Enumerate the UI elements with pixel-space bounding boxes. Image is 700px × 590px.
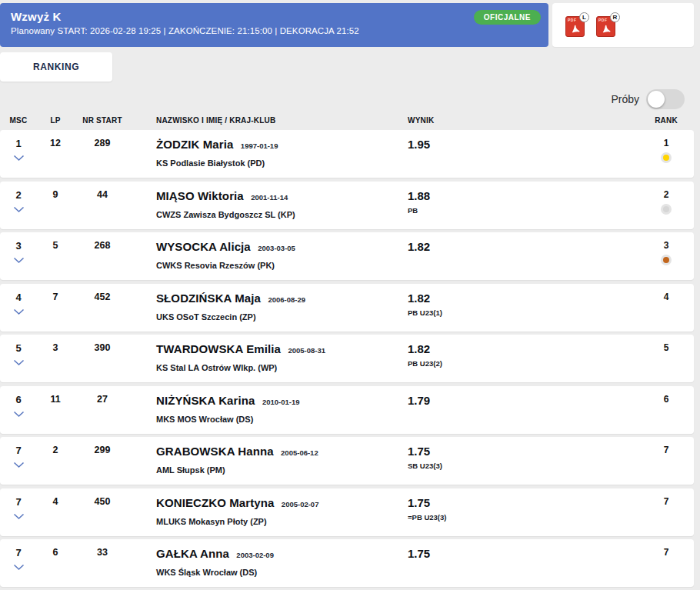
athlete-club: UKS OSoT Szczecin (ZP): [156, 312, 408, 322]
rank-cell: 7: [638, 488, 694, 536]
col-header-lp: LP: [37, 116, 74, 125]
athlete-cell: KONIECZKO Martyna 2005-02-07 MLUKS Mokas…: [131, 488, 408, 536]
result-cell: 1.75: [408, 539, 638, 587]
col-header-msc: MSC: [0, 116, 37, 125]
start-number-value: 299: [74, 437, 131, 485]
rank-cell: 2: [638, 182, 694, 229]
lp-value: 5: [37, 232, 74, 280]
athlete-club: WKS Śląsk Wrocław (DS): [156, 568, 408, 577]
table-row: 7 6 33 GAŁKA Anna 2003-02-09 WKS Śląsk W…: [0, 539, 694, 587]
athlete-name: TWARDOWSKA Emilia: [156, 342, 281, 355]
result-cell: 1.82 PB U23(1): [408, 284, 638, 332]
table-row: 5 3 390 TWARDOWSKA Emilia 2005-08-31 KS …: [0, 335, 694, 382]
start-number-value: 27: [74, 386, 131, 434]
athlete-name: GAŁKA Anna: [156, 547, 229, 560]
result-cell: 1.88 PB: [408, 182, 638, 229]
table-row: 7 2 299 GRABOWSKA Hanna 2005-06-12 AML S…: [0, 437, 694, 485]
event-title: Wzwyż K: [11, 10, 538, 23]
table-header: MSC LP NR START NAZWISKO I IMIĘ / KRAJ-K…: [0, 110, 694, 130]
athlete-birthdate: 2005-02-07: [282, 500, 319, 508]
rank-cell: 3: [638, 232, 694, 280]
lp-value: 2: [37, 437, 74, 485]
rank-cell: 1: [638, 130, 694, 178]
lp-value: 6: [37, 539, 74, 587]
athlete-birthdate: 2006-08-29: [268, 295, 305, 304]
result-value: 1.82: [408, 240, 638, 253]
result-note: =PB U23(3): [408, 513, 638, 522]
result-cell: 1.79: [408, 386, 638, 434]
result-value: 1.79: [408, 394, 638, 407]
attempts-toggle-label: Próby: [611, 93, 639, 105]
athlete-club: CWZS Zawisza Bydgoszcz SL (KP): [156, 210, 408, 219]
lp-value: 4: [37, 488, 74, 536]
athlete-cell: TWARDOWSKA Emilia 2005-08-31 KS Stal LA …: [131, 335, 408, 382]
place-value: 3: [15, 240, 21, 252]
place-value: 5: [15, 342, 21, 354]
rank-value: 6: [664, 394, 669, 405]
result-note: PB: [408, 206, 638, 215]
chevron-down-icon[interactable]: [13, 513, 25, 520]
rank-cell: 7: [638, 539, 694, 587]
athlete-name: KONIECZKO Martyna: [156, 496, 274, 509]
chevron-down-icon[interactable]: [13, 155, 25, 162]
rank-value: 1: [664, 138, 669, 148]
place-value: 7: [15, 445, 21, 456]
place-value: 4: [15, 292, 21, 303]
lp-value: 3: [37, 335, 74, 382]
chevron-down-icon[interactable]: [13, 257, 25, 264]
place-value: 7: [15, 547, 21, 558]
chevron-down-icon[interactable]: [13, 462, 25, 468]
start-number-value: 33: [74, 539, 131, 587]
place-cell: 1: [0, 130, 37, 178]
event-schedule: Planowany START: 2026-02-28 19:25 | ZAKO…: [11, 26, 538, 35]
athlete-cell: GAŁKA Anna 2003-02-09 WKS Śląsk Wrocław …: [131, 539, 408, 587]
place-cell: 6: [0, 386, 37, 434]
medal-dot: [661, 204, 672, 215]
place-value: 7: [15, 496, 21, 508]
result-cell: 1.75 =PB U23(3): [408, 488, 638, 536]
athlete-club: MLUKS Mokasyn Płoty (ZP): [156, 517, 408, 526]
pdf-download-results[interactable]: PDF R: [596, 14, 617, 37]
results-rows: 1 12 289 ŻODZIK Maria 1997-01-19 KS Podl…: [0, 130, 694, 587]
pdf-badge-l: L: [579, 12, 589, 22]
table-row: 6 11 27 NIŻYŃSKA Karina 2010-01-19 MKS M…: [0, 386, 694, 434]
attempts-toggle[interactable]: [646, 89, 685, 109]
result-note: PB U23(1): [408, 308, 638, 317]
col-header-nr-start: NR START: [74, 116, 131, 125]
athlete-club: CWKS Resovia Rzeszów (PK): [156, 261, 408, 270]
start-number-value: 450: [74, 488, 131, 536]
chevron-down-icon[interactable]: [13, 359, 25, 366]
place-cell: 4: [0, 284, 37, 332]
results-page: Wzwyż K Planowany START: 2026-02-28 19:2…: [0, 0, 700, 587]
result-value: 1.82: [408, 342, 638, 355]
pdf-download-startlist[interactable]: PDF L: [565, 14, 586, 37]
chevron-down-icon[interactable]: [13, 206, 25, 213]
lp-value: 9: [37, 182, 74, 229]
tab-ranking[interactable]: RANKING: [0, 52, 112, 82]
chevron-down-icon[interactable]: [13, 308, 25, 315]
rank-value: 2: [664, 189, 669, 200]
chevron-down-icon[interactable]: [13, 564, 25, 571]
lp-value: 11: [37, 386, 74, 434]
result-cell: 1.75 SB U23(3): [408, 437, 638, 485]
athlete-club: KS Stal LA Ostrów Wlkp. (WP): [156, 363, 408, 372]
chevron-down-icon[interactable]: [13, 411, 25, 418]
result-cell: 1.95: [408, 130, 638, 178]
rank-cell: 4: [638, 284, 694, 332]
start-number-value: 390: [74, 335, 131, 382]
rank-value: 3: [664, 240, 669, 251]
place-value: 6: [15, 394, 21, 405]
start-number-value: 44: [74, 182, 131, 229]
athlete-birthdate: 2001-11-14: [251, 193, 288, 202]
athlete-name: SŁODZIŃSKA Maja: [156, 292, 261, 305]
status-badge: OFICJALNE: [474, 10, 541, 25]
col-header-wynik: WYNIK: [408, 116, 638, 125]
rank-cell: 6: [638, 386, 694, 434]
athlete-birthdate: 2003-03-05: [258, 244, 295, 252]
rank-value: 7: [664, 445, 669, 455]
athlete-name: ŻODZIK Maria: [156, 138, 233, 151]
start-number-value: 268: [74, 232, 131, 280]
col-header-rank: RANK: [638, 116, 694, 125]
start-number-value: 289: [74, 130, 131, 178]
table-row: 7 4 450 KONIECZKO Martyna 2005-02-07 MLU…: [0, 488, 694, 536]
